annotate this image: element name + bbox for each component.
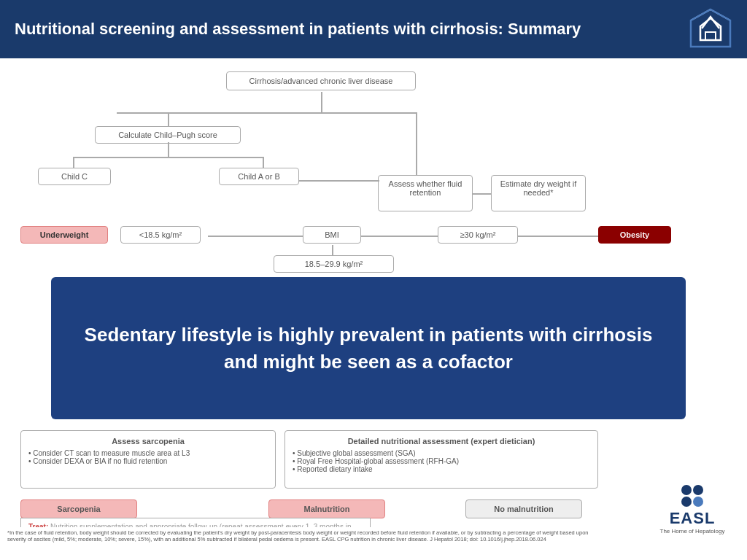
- svg-marker-0: [691, 9, 730, 47]
- arrow-h-child: [73, 157, 263, 158]
- arrow-h-right: [321, 112, 416, 114]
- arrow-bmi-down: [332, 245, 333, 255]
- bmi-mid-box: 18.5–29.9 kg/m²: [274, 255, 394, 273]
- page-title: Nutritional screening and assessment in …: [15, 19, 581, 40]
- bmi-high-box: ≥30 kg/m²: [438, 226, 518, 244]
- arrow-v1: [321, 92, 322, 112]
- underweight-box: Underweight: [20, 226, 108, 244]
- footer-note: *In the case of fluid retention, body we…: [0, 527, 598, 546]
- easl-logo: EASL The Home of Hepatology: [649, 485, 736, 534]
- child-ab-box: Child A or B: [219, 168, 299, 185]
- sarcopenia-title: Assess sarcopenia: [28, 437, 268, 446]
- arrow-v4: [168, 142, 169, 157]
- nutrition-bullet-3: • Reported dietary intake: [293, 465, 590, 473]
- main-area: Cirrhosis/advanced chronic liver disease…: [0, 58, 747, 545]
- nutrition-bullet-1: • Subjective global assessment (SGA): [293, 449, 590, 457]
- arrow-v3: [416, 112, 417, 178]
- malnutrition-outcome: Malnutrition: [268, 499, 385, 518]
- arrow-v5: [73, 157, 74, 168]
- obesity-box: Obesity: [598, 226, 671, 244]
- arrow-bmi-right: [361, 236, 438, 237]
- arrow-child-ab-right: [299, 180, 379, 182]
- overlay-panel: Sedentary lifestyle is highly prevalent …: [51, 277, 686, 419]
- easl-label: EASL: [649, 509, 736, 528]
- nutrition-assess-box: Detailed nutritional assessment (expert …: [285, 430, 598, 489]
- no-malnutrition-outcome: No malnutrition: [465, 499, 582, 518]
- sarcopenia-bullet-2: • Consider DEXA or BIA if no fluid reten…: [28, 457, 268, 465]
- arrow-bmi-left: [208, 236, 303, 237]
- cirrhosis-box: Cirrhosis/advanced chronic liver disease: [226, 71, 416, 90]
- arrow-h-assess: [473, 193, 491, 195]
- child-c-box: Child C: [38, 168, 111, 185]
- easl-circles: [649, 485, 736, 507]
- child-pugh-box: Calculate Child–Pugh score: [95, 126, 241, 144]
- outcome-row: Sarcopenia Malnutrition No malnutrition: [20, 499, 582, 518]
- bmi-box: BMI: [303, 226, 361, 244]
- arrow-h-split: [117, 112, 321, 114]
- assess-fluid-box: Assess whether fluid retention: [378, 175, 473, 211]
- estimate-dry-box: Estimate dry weight if needed*: [491, 175, 586, 211]
- nutrition-bullet-2: • Royal Free Hospital-global assessment …: [293, 457, 590, 465]
- nutrition-title: Detailed nutritional assessment (expert …: [293, 437, 590, 446]
- sarcopenia-bullet-1: • Consider CT scan to measure muscle are…: [28, 449, 268, 457]
- bmi-low-box: <18.5 kg/m²: [120, 226, 201, 244]
- easl-sublabel: The Home of Hepatology: [649, 528, 736, 534]
- sarcopenia-assess-box: Assess sarcopenia • Consider CT scan to …: [20, 430, 276, 489]
- header: Nutritional screening and assessment in …: [0, 0, 747, 58]
- arrow-v2: [168, 112, 169, 127]
- easl-circle-grid: [681, 485, 703, 507]
- home-icon-container: [689, 7, 732, 51]
- sarcopenia-outcome: Sarcopenia: [20, 499, 137, 518]
- arrow-v6: [263, 157, 264, 168]
- arrow-obesity: [518, 236, 598, 237]
